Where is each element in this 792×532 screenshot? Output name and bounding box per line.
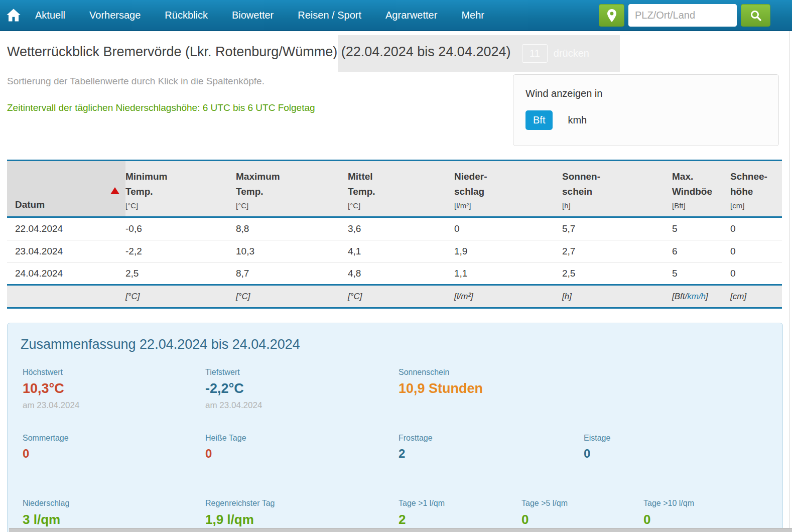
cell-value: 0: [730, 246, 782, 257]
column-header-max-windböe[interactable]: Max.Windböe[Bft]: [672, 161, 730, 216]
vertical-scrollbar[interactable]: [789, 31, 789, 528]
geolocation-button[interactable]: [599, 4, 624, 27]
cell-value: -0,6: [125, 223, 236, 234]
stat-value: 10,9 Stunden: [399, 381, 483, 396]
stat-value: 0: [521, 512, 568, 527]
summary-stat-sommertage: Sommertage0: [23, 434, 69, 461]
search-area: [599, 4, 770, 27]
column-unit-label: [Bft]: [672, 201, 730, 210]
stat-label: Höchstwert: [23, 368, 79, 377]
stat-value: -2,2°C: [205, 381, 262, 396]
weather-table: DatumMinimumTemp.[°C]MaximumTemp.[°C]Mit…: [7, 160, 782, 309]
cell-date: 23.04.2024: [7, 246, 125, 257]
column-header-maximum-temp[interactable]: MaximumTemp.[°C]: [236, 161, 348, 216]
location-pin-icon: [607, 9, 616, 22]
table-row: 22.04.2024-0,68,83,605,750: [7, 218, 782, 240]
cell-date: 22.04.2024: [7, 223, 125, 234]
cell-value: 2,7: [562, 246, 672, 257]
cell-value: 5,7: [562, 223, 672, 234]
summary-stat-sonnenschein: Sonnenschein10,9 Stunden: [399, 368, 483, 396]
nav-item-mehr[interactable]: Mehr: [461, 10, 484, 21]
nav-menu: AktuellVorhersageRückblickBiowetterReise…: [35, 10, 508, 21]
wind-unit-options: Bft kmh: [525, 110, 778, 130]
nav-item-biowetter[interactable]: Biowetter: [232, 10, 274, 21]
cell-value: 0: [454, 223, 562, 234]
stat-label: Tage >5 l/qm: [521, 499, 568, 508]
summary-stat-heiße-tage: Heiße Tage0: [205, 434, 246, 461]
footer-unit: [Bft/km/h]: [672, 292, 730, 302]
stat-label: Niederschlag: [23, 499, 69, 508]
footer-unit: [°C]: [236, 292, 348, 302]
stat-label: Tage >1 l/qm: [399, 499, 445, 508]
summary-stat-niederschlag: Niederschlag3 l/qm: [23, 499, 69, 527]
cell-value: 8,7: [236, 268, 348, 279]
cell-value: 5: [672, 268, 730, 279]
interval-note: Zeitintervall der täglichen Niederschlag…: [7, 102, 315, 113]
stat-value: 0: [643, 512, 694, 527]
nav-item-aktuell[interactable]: Aktuell: [35, 10, 65, 21]
wind-panel-title: Wind anzeigen in: [525, 88, 778, 99]
search-icon: [750, 10, 762, 22]
summary-stat-höchstwert: Höchstwert10,3°Cam 23.04.2024: [23, 368, 79, 411]
footer-unit: [°C]: [348, 292, 454, 302]
stat-label: Sommertage: [23, 434, 69, 443]
search-input[interactable]: [628, 4, 737, 27]
table-footer-row: [°C][°C][°C][l/m²][h][Bft/km/h][cm]: [7, 284, 782, 307]
column-unit-label: [cm]: [730, 201, 782, 210]
cell-value: 5: [672, 223, 730, 234]
stat-value: 2: [399, 447, 433, 461]
nav-item-vorhersage[interactable]: Vorhersage: [89, 10, 141, 21]
summary-stat-tage-1-l-qm: Tage >1 l/qm2: [399, 499, 445, 527]
wind-unit-kmh-option[interactable]: kmh: [568, 114, 587, 126]
top-nav: AktuellVorhersageRückblickBiowetterReise…: [0, 0, 792, 31]
sort-hint-text: Sortierung der Tabellenwerte durch Klick…: [7, 76, 265, 87]
summary-panel: Zusammenfassung 22.04.2024 bis 24.04.202…: [7, 323, 783, 532]
footer-kmh-link[interactable]: km/h: [687, 292, 706, 301]
stat-label: Sonnenschein: [399, 368, 483, 377]
cell-value: 4,1: [348, 246, 454, 257]
column-header-sonnen-schein[interactable]: Sonnen-schein[h]: [562, 161, 672, 216]
stat-value: 0: [584, 447, 610, 461]
cell-value: -2,2: [125, 246, 236, 257]
summary-stat-tiefstwert: Tiefstwert-2,2°Cam 23.04.2024: [205, 368, 262, 411]
sort-ascending-icon: [110, 187, 119, 194]
cell-value: 4,8: [348, 268, 454, 279]
stat-value: 1,9 l/qm: [205, 512, 275, 527]
horizontal-scrollbar[interactable]: [9, 528, 792, 532]
column-header-schnee-höhe[interactable]: Schnee-höhe[cm]: [730, 161, 782, 216]
nav-item-rückblick[interactable]: Rückblick: [165, 10, 208, 21]
stat-label: Frosttage: [399, 434, 433, 443]
nav-item-reisen-sport[interactable]: Reisen / Sport: [298, 10, 361, 21]
stat-label: Heiße Tage: [205, 434, 246, 443]
footer-unit: [cm]: [730, 292, 782, 302]
stat-subtext: am 23.04.2024: [23, 401, 79, 411]
column-unit-label: [l/m²]: [454, 201, 562, 210]
summary-stat-tage-5-l-qm: Tage >5 l/qm0: [521, 499, 568, 527]
summary-stat-regenreichster-tag: Regenreichster Tag1,9 l/qm: [205, 499, 275, 527]
tooltip-action-label: drücken: [554, 48, 589, 59]
keycap-badge: 11: [522, 44, 548, 63]
footer-unit: [l/m²]: [454, 292, 562, 302]
wind-unit-bft-button[interactable]: Bft: [525, 110, 553, 130]
footer-unit: [°C]: [125, 292, 236, 302]
column-unit-label: [h]: [562, 201, 672, 210]
column-header-mittel-temp[interactable]: MittelTemp.[°C]: [348, 161, 454, 216]
wind-unit-panel: Wind anzeigen in Bft kmh: [513, 74, 779, 146]
page: AktuellVorhersageRückblickBiowetterReise…: [0, 0, 792, 532]
column-header-minimum-temp[interactable]: MinimumTemp.[°C]: [125, 161, 236, 216]
home-icon[interactable]: [6, 8, 21, 22]
stat-label: Eistage: [584, 434, 610, 443]
search-button[interactable]: [741, 4, 770, 27]
cell-value: 3,6: [348, 223, 454, 234]
stat-value: 2: [399, 512, 445, 527]
cell-value: 0: [730, 223, 782, 234]
cell-value: 8,8: [236, 223, 348, 234]
nav-item-agrarwetter[interactable]: Agrarwetter: [385, 10, 437, 21]
accesskey-tooltip-text: 11 drücken: [522, 44, 589, 63]
column-header-nieder-schlag[interactable]: Nieder-schlag[l/m²]: [454, 161, 562, 216]
column-unit-label: [°C]: [348, 201, 454, 210]
column-unit-label: [°C]: [236, 201, 348, 210]
stat-label: Tiefstwert: [205, 368, 262, 377]
cell-value: 2,5: [125, 268, 236, 279]
column-header-datum[interactable]: Datum: [7, 161, 125, 216]
